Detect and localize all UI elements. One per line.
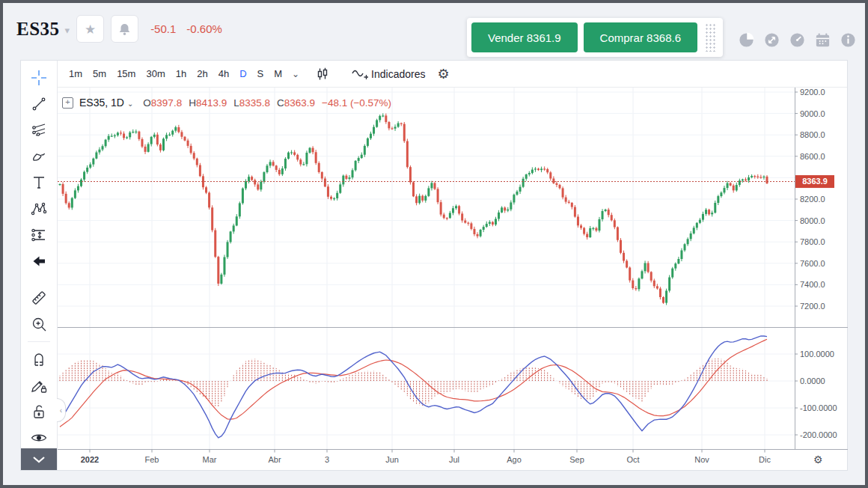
svg-text:7600.0: 7600.0: [800, 259, 825, 268]
indicators-button[interactable]: [346, 67, 370, 81]
toolbar-collapse-button[interactable]: [21, 448, 57, 470]
buy-button[interactable]: Comprar 8368.6: [584, 22, 697, 52]
bell-icon: [118, 22, 131, 36]
timeframes-chevron-down-icon[interactable]: ⌄: [287, 69, 304, 79]
svg-text:8200.0: 8200.0: [800, 195, 825, 204]
brush-icon: [30, 147, 48, 165]
svg-text:9000.0: 9000.0: [800, 109, 825, 118]
svg-text:Ago: Ago: [507, 455, 522, 464]
sell-button[interactable]: Vender 8361.9: [471, 22, 578, 52]
timeframe-1d[interactable]: D: [234, 66, 251, 82]
svg-text:100.0000: 100.0000: [800, 350, 834, 359]
high-value: 8413.9: [196, 97, 227, 109]
drag-handle-icon[interactable]: [705, 23, 717, 52]
svg-text:Jun: Jun: [385, 455, 399, 464]
indicators-label[interactable]: Indicadores: [371, 68, 425, 80]
trend-line-icon: [30, 95, 48, 113]
svg-text:-100.0000: -100.0000: [800, 403, 837, 412]
open-label: O: [143, 97, 151, 109]
svg-text:Nov: Nov: [694, 455, 709, 464]
compass-arrows-icon[interactable]: [763, 31, 780, 49]
low-value: 8335.8: [239, 97, 270, 109]
price-change-percent: -0.60%: [186, 22, 222, 35]
trade-widget: Vender 8361.9 Comprar 8368.6: [467, 18, 723, 57]
gann-fib-icon: [30, 121, 48, 139]
price-change: -50.1: [150, 22, 176, 35]
trading-platform-window: ES35 ▾ ★ -50.1 -0.60% Vender 8361.9 Comp…: [3, 3, 865, 485]
high-label: H: [189, 97, 196, 109]
svg-text:Jul: Jul: [449, 455, 459, 464]
crosshair-tool-button[interactable]: [28, 67, 50, 89]
svg-text:Abr: Abr: [268, 455, 281, 464]
arrow-left-icon: [30, 252, 48, 270]
symbol-chevron-down-icon[interactable]: ▾: [65, 25, 70, 36]
timezone-settings-gear-icon[interactable]: ⚙: [813, 454, 823, 466]
svg-text:7200.0: 7200.0: [800, 302, 825, 311]
interval-toolbar: 1m 5m 15m 30m 1h 2h 4h D S M ⌄: [58, 61, 847, 88]
timeframe-1w[interactable]: S: [252, 66, 269, 82]
timeframe-1h[interactable]: 1h: [171, 66, 192, 82]
close-value: 8363.9: [284, 97, 315, 109]
header-icon-row: [738, 31, 857, 49]
forecast-tool-button[interactable]: [28, 224, 50, 246]
text-tool-button[interactable]: [28, 171, 50, 194]
alert-button[interactable]: [111, 15, 138, 43]
star-icon: ★: [85, 22, 96, 37]
chart-style-button[interactable]: [310, 67, 335, 81]
symbol-header: ES35 ▾ ★ -50.1 -0.60%: [16, 15, 222, 43]
brush-tool-button[interactable]: [28, 145, 50, 168]
chart-area[interactable]: 7200.07400.07600.07800.08000.08200.08600…: [58, 88, 847, 470]
hide-drawings-button[interactable]: [28, 427, 50, 449]
svg-text:8363.9: 8363.9: [802, 177, 828, 186]
legend-chevron-down-icon[interactable]: ⌄: [127, 100, 133, 108]
info-icon[interactable]: [840, 31, 857, 49]
measure-tool-button[interactable]: [28, 287, 50, 309]
svg-text:8600.0: 8600.0: [800, 152, 825, 161]
forecast-icon: [30, 226, 48, 244]
timeframe-2h[interactable]: 2h: [192, 66, 213, 82]
ruler-icon: [30, 289, 48, 307]
svg-text:-200.0000: -200.0000: [800, 430, 837, 439]
favorite-button[interactable]: ★: [76, 15, 104, 43]
svg-text:Dic: Dic: [759, 455, 771, 464]
chart-settings-gear-icon[interactable]: ⚙: [437, 66, 449, 82]
svg-text:8000.0: 8000.0: [800, 216, 825, 225]
drawing-toolbar: [21, 61, 58, 470]
chevron-down-icon: [32, 456, 46, 463]
calendar-icon[interactable]: [814, 31, 831, 49]
timeframe-1m[interactable]: 1m: [64, 66, 88, 82]
svg-text:Feb: Feb: [145, 455, 159, 464]
svg-text:3: 3: [325, 455, 329, 464]
chart-card: 1m 5m 15m 30m 1h 2h 4h D S M ⌄: [20, 60, 848, 471]
timeframe-4h[interactable]: 4h: [213, 66, 234, 82]
timeframe-5m[interactable]: 5m: [88, 66, 111, 82]
price-chart-canvas[interactable]: 7200.07400.07600.07800.08000.08200.08600…: [58, 88, 848, 472]
chart-legend: + ES35, 1D ⌄ O8397.8 H8413.9 L8335.8 C83…: [62, 97, 391, 109]
timeframe-30m[interactable]: 30m: [141, 66, 170, 82]
magnifier-plus-icon: [30, 315, 48, 333]
close-label: C: [277, 97, 284, 109]
eye-icon: [30, 429, 48, 447]
candlestick-icon: [316, 67, 329, 81]
back-arrow-button[interactable]: [28, 250, 50, 272]
stay-drawing-mode-button[interactable]: [28, 374, 50, 397]
pie-chart-icon[interactable]: [738, 31, 755, 49]
pattern-tool-button[interactable]: [28, 198, 50, 220]
legend-add-icon[interactable]: +: [62, 97, 73, 109]
legend-symbol[interactable]: ES35, 1D: [79, 97, 124, 109]
svg-text:Mar: Mar: [203, 455, 217, 464]
magnet-icon: [30, 350, 48, 368]
pencil-lock-icon: [30, 376, 48, 394]
svg-text:Sep: Sep: [569, 455, 584, 464]
zoom-in-tool-button[interactable]: [28, 313, 50, 335]
chart-main: 1m 5m 15m 30m 1h 2h 4h D S M ⌄: [58, 61, 847, 470]
magnet-mode-button[interactable]: [28, 348, 50, 370]
gann-fib-tool-button[interactable]: [28, 119, 50, 141]
timeframe-1mo[interactable]: M: [269, 66, 287, 82]
trend-line-tool-button[interactable]: [28, 93, 50, 115]
legend-change: −48.1 (−0.57%): [322, 97, 391, 109]
gauge-icon[interactable]: [789, 31, 806, 49]
lock-open-icon: [30, 403, 48, 421]
lock-drawings-button[interactable]: [28, 400, 50, 423]
timeframe-15m[interactable]: 15m: [111, 66, 141, 82]
